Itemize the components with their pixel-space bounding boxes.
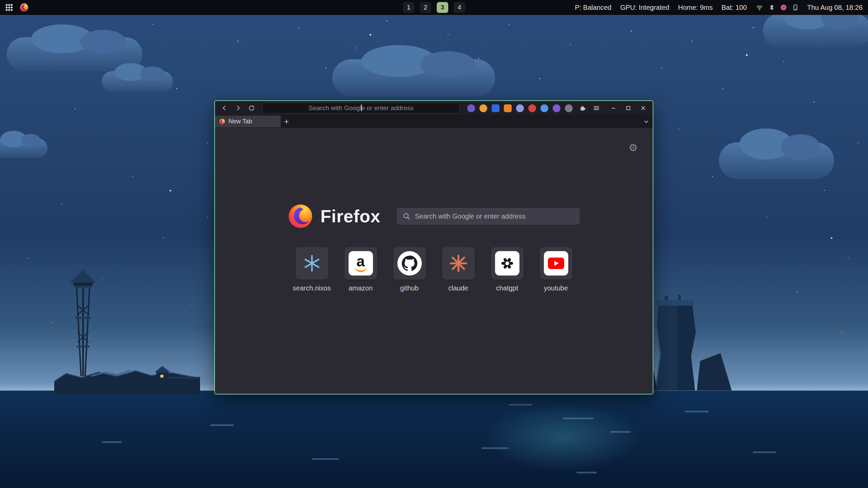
newtab-search-input[interactable] [414, 212, 574, 221]
extension-icon[interactable] [467, 104, 475, 112]
island-cliffs [644, 291, 739, 393]
workspace-2[interactable]: 2 [420, 2, 431, 13]
extension-buttons [465, 104, 575, 112]
cloud [332, 59, 495, 97]
app-launcher-button[interactable] [5, 4, 13, 11]
workspace-1[interactable]: 1 [403, 2, 414, 13]
shortcut-label: github [400, 284, 419, 292]
workspace-4[interactable]: 4 [454, 2, 465, 13]
water-glint [210, 424, 234, 426]
water-glint [610, 431, 631, 433]
chevron-down-icon [644, 119, 649, 124]
extension-icon[interactable] [553, 104, 560, 112]
url-bar[interactable]: Search with Google or enter address [262, 103, 460, 114]
water-glint [102, 441, 122, 443]
claude-starburst-icon [449, 254, 468, 272]
firefox-favicon [219, 119, 225, 125]
text-caret [361, 104, 362, 111]
workspace-switcher: 1 2 3 4 [403, 0, 465, 15]
water-glint [576, 472, 597, 473]
tab-title: New Tab [229, 118, 252, 125]
cloud [719, 142, 834, 179]
window-controls [607, 102, 649, 114]
firefox-window: Search with Google or enter address [214, 100, 653, 394]
shortcut-label: amazon [349, 284, 373, 292]
chevron-right-icon [235, 105, 241, 111]
clock[interactable]: Thu Aug 08, 18:26 [807, 4, 863, 12]
apps-grid-icon [5, 4, 13, 11]
extension-icon[interactable] [540, 104, 548, 112]
wifi-icon[interactable] [756, 4, 763, 11]
maximize-button[interactable] [622, 102, 634, 114]
close-button[interactable] [637, 102, 649, 114]
water-glint [563, 418, 593, 419]
extension-icon[interactable] [504, 104, 512, 112]
extensions-menu-button[interactable] [577, 102, 589, 114]
menu-button[interactable] [590, 102, 603, 114]
water-glint [685, 411, 709, 412]
shortcut-claude[interactable]: claude [434, 247, 483, 292]
shortcut-label: youtube [544, 284, 568, 292]
list-all-tabs-button[interactable] [640, 116, 653, 127]
workspace-3-active[interactable]: 3 [437, 2, 448, 13]
cloud [0, 138, 47, 158]
extension-icon[interactable] [492, 104, 499, 112]
chatgpt-icon [495, 251, 519, 276]
shortcut-label: search.nixos [293, 284, 331, 292]
cloud [763, 14, 868, 47]
personalize-settings-button[interactable]: ⚙ [629, 143, 638, 153]
forward-button[interactable] [232, 102, 244, 114]
shortcut-tiles: search.nixos a amazon [288, 247, 580, 292]
search-icon [403, 212, 410, 220]
reload-icon [248, 105, 255, 111]
island-watchtower [54, 264, 200, 395]
navigation-toolbar: Search with Google or enter address [215, 101, 653, 116]
firefox-wordmark: Firefox [320, 206, 380, 226]
new-tab-page: ⚙ Firefox [215, 128, 653, 394]
water-glint [312, 458, 339, 460]
newtab-search-box[interactable] [397, 208, 580, 225]
shortcut-chatgpt[interactable]: chatgpt [483, 247, 532, 292]
puzzle-icon [579, 105, 586, 111]
firefox-logo [288, 204, 313, 229]
water-glint [481, 447, 509, 449]
minimize-button[interactable] [607, 102, 619, 114]
power-profile-module[interactable]: P: Balanced [575, 4, 611, 12]
github-octocat-icon [397, 251, 422, 276]
shortcut-search-nixos[interactable]: search.nixos [288, 247, 336, 292]
sea-glow [485, 403, 641, 471]
shortcut-amazon[interactable]: a amazon [336, 247, 385, 292]
extension-icon[interactable] [516, 104, 524, 112]
back-button[interactable] [218, 102, 231, 114]
night-light-icon[interactable] [780, 4, 787, 11]
extension-icon[interactable] [479, 104, 487, 112]
new-tab-button[interactable]: + [281, 116, 292, 127]
close-icon [640, 105, 646, 111]
shortcut-label: claude [448, 284, 468, 292]
reload-button[interactable] [245, 102, 258, 114]
firefox-icon [20, 3, 28, 12]
shortcut-youtube[interactable]: youtube [532, 247, 580, 292]
shortcut-label: chatgpt [496, 284, 518, 292]
chevron-left-icon [221, 105, 228, 111]
hamburger-icon [593, 105, 600, 111]
extension-icon[interactable] [565, 104, 573, 112]
status-bar: 1 2 3 4 P: Balanced GPU: Integrated Home… [0, 0, 868, 15]
amazon-icon: a [349, 251, 373, 276]
firefox-brand-row: Firefox [288, 204, 580, 229]
shortcut-github[interactable]: github [385, 247, 434, 292]
bluetooth-icon[interactable] [769, 4, 775, 11]
gpu-module: GPU: Integrated [620, 4, 669, 12]
minimize-icon [611, 105, 616, 111]
wallpaper-ocean [0, 390, 868, 488]
youtube-icon [544, 251, 568, 276]
extension-icon[interactable] [528, 104, 536, 112]
ping-module: Home: 9ms [678, 4, 713, 12]
display-icon[interactable] [792, 4, 798, 11]
maximize-icon [626, 105, 631, 111]
water-glint [509, 404, 532, 406]
desktop: 1 2 3 4 P: Balanced GPU: Integrated Home… [0, 0, 868, 488]
system-tray [756, 4, 798, 11]
active-app-firefox-icon[interactable] [20, 3, 28, 12]
tab-new-tab[interactable]: New Tab [215, 116, 281, 127]
